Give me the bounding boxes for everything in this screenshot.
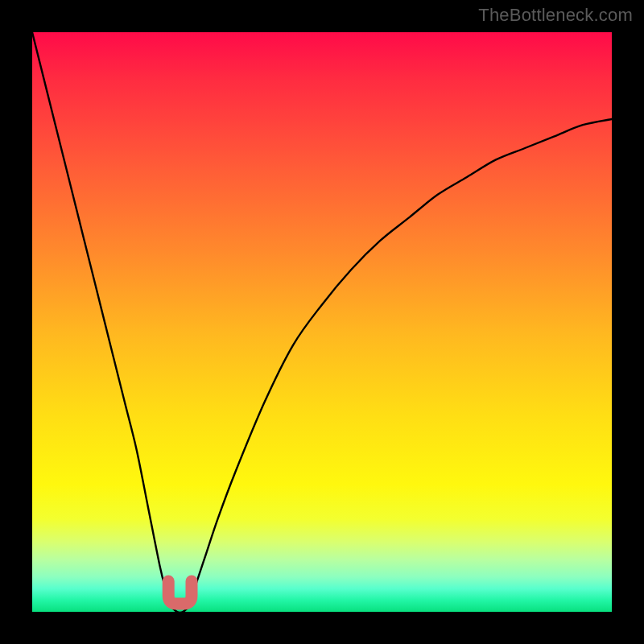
bottleneck-curve-path: [32, 32, 612, 612]
plot-area: [32, 32, 612, 612]
chart-frame: TheBottleneck.com: [0, 0, 644, 644]
curve-svg: [32, 32, 612, 612]
minimum-marker: [168, 581, 192, 604]
watermark-text: TheBottleneck.com: [478, 5, 633, 26]
